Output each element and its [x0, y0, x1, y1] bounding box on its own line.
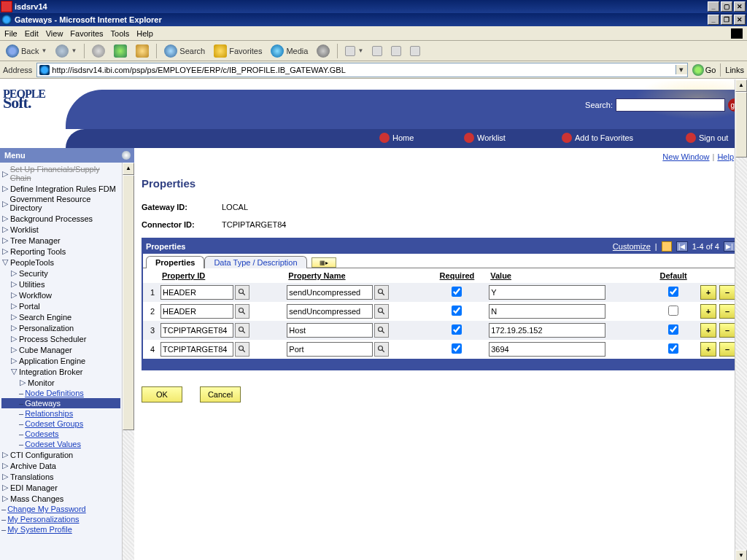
property-id-input[interactable]: [160, 285, 233, 300]
menu-item[interactable]: ▽PeopleTools: [1, 257, 120, 268]
history-button[interactable]: [314, 43, 333, 59]
lookup-button[interactable]: [374, 285, 389, 300]
menu-item[interactable]: ▷Security: [1, 268, 120, 279]
required-checkbox[interactable]: [452, 343, 462, 354]
value-input[interactable]: [489, 342, 605, 357]
grid-last-button[interactable]: ▶|: [724, 241, 735, 252]
address-combo[interactable]: ▾: [36, 63, 687, 77]
menu-favorites[interactable]: Favorites: [70, 29, 103, 38]
menu-help[interactable]: Help: [136, 29, 153, 38]
add-row-button[interactable]: +: [700, 342, 716, 357]
address-input[interactable]: [52, 66, 675, 74]
property-name-input[interactable]: [287, 285, 373, 300]
menu-edit[interactable]: Edit: [25, 29, 39, 38]
back-button[interactable]: Back▼: [3, 43, 50, 59]
menu-item[interactable]: ▷Application Engine: [1, 355, 120, 366]
menu-item[interactable]: ▷Background Processes: [1, 213, 120, 224]
col-value[interactable]: Value: [486, 268, 649, 283]
delete-row-button[interactable]: –: [719, 285, 735, 300]
menu-file[interactable]: File: [4, 29, 18, 38]
menu-item[interactable]: –Change My Password: [1, 504, 120, 514]
menu-item[interactable]: –Relationships: [1, 408, 120, 419]
find-icon[interactable]: [662, 241, 672, 252]
property-name-input[interactable]: [287, 323, 373, 338]
menu-item[interactable]: ▽Integration Broker: [1, 366, 120, 377]
scroll-thumb[interactable]: [735, 92, 747, 158]
search-button[interactable]: Search: [161, 43, 208, 59]
help-link[interactable]: Help: [717, 152, 734, 161]
menu-item[interactable]: ▷Search Engine: [1, 311, 120, 322]
scroll-up-button[interactable]: ▲: [123, 163, 134, 175]
menu-scrollbar[interactable]: ▲ ▼: [122, 163, 134, 560]
default-checkbox[interactable]: [668, 324, 678, 335]
refresh-button[interactable]: [111, 43, 130, 59]
menu-item[interactable]: ▷Government Resource Directory: [1, 194, 120, 213]
menu-item[interactable]: ▷Reporting Tools: [1, 246, 120, 257]
menu-item[interactable]: –My System Profile: [1, 524, 120, 534]
value-input[interactable]: [489, 323, 605, 338]
default-checkbox[interactable]: [668, 306, 678, 316]
minimize-button[interactable]: _: [708, 1, 719, 12]
nav-add-favorites[interactable]: Add to Favorites: [562, 133, 633, 143]
menu-item[interactable]: ▷Utilities: [1, 279, 120, 289]
stop-button[interactable]: [89, 43, 108, 59]
lookup-button[interactable]: [374, 323, 389, 338]
menu-tools[interactable]: Tools: [111, 29, 130, 38]
default-checkbox[interactable]: [668, 287, 678, 297]
delete-row-button[interactable]: –: [719, 304, 735, 319]
ie-minimize-button[interactable]: _: [708, 15, 719, 25]
col-property-name[interactable]: Property Name: [284, 268, 427, 283]
property-name-input[interactable]: [287, 304, 373, 319]
lookup-button[interactable]: [235, 323, 249, 338]
menu-item[interactable]: ▷Worklist: [1, 224, 120, 235]
add-row-button[interactable]: +: [700, 304, 716, 319]
col-property-id[interactable]: Property ID: [158, 268, 284, 283]
add-row-button[interactable]: +: [700, 323, 716, 338]
nav-home[interactable]: Home: [379, 133, 414, 143]
tab-properties[interactable]: Properties: [146, 256, 204, 268]
property-name-input[interactable]: [287, 342, 373, 357]
close-button[interactable]: ✕: [734, 1, 746, 12]
required-checkbox[interactable]: [452, 287, 462, 297]
new-window-link[interactable]: New Window: [662, 152, 709, 161]
delete-row-button[interactable]: –: [719, 342, 735, 357]
menu-item[interactable]: –Codeset Values: [1, 439, 120, 449]
menu-item[interactable]: –Codeset Groups: [1, 419, 120, 429]
lookup-button[interactable]: [235, 342, 249, 357]
menu-item[interactable]: ▷Personalization: [1, 322, 120, 333]
lookup-button[interactable]: [374, 342, 389, 357]
favorites-button[interactable]: Favorites: [211, 43, 265, 59]
maximize-button[interactable]: ▢: [721, 1, 732, 12]
cancel-button[interactable]: Cancel: [200, 386, 241, 402]
menu-item[interactable]: ▷Set Up Financials/Supply Chain: [1, 164, 120, 183]
tab-datatype[interactable]: Data Type / Description: [204, 256, 306, 268]
go-button[interactable]: Go: [692, 64, 716, 76]
scroll-thumb[interactable]: [123, 175, 134, 430]
value-input[interactable]: [489, 304, 605, 319]
menu-item[interactable]: ▷Archive Data: [1, 460, 120, 471]
menu-item[interactable]: –Gateways: [1, 398, 120, 408]
menu-item[interactable]: ▷Monitor: [1, 377, 120, 388]
print-button[interactable]: [369, 44, 385, 58]
menu-view[interactable]: View: [46, 29, 63, 38]
menu-item[interactable]: ▷Translations: [1, 471, 120, 482]
nav-signout[interactable]: Sign out: [686, 133, 728, 143]
menu-item[interactable]: –Codesets: [1, 429, 120, 439]
menu-item[interactable]: ▷Tree Manager: [1, 235, 120, 246]
links-label[interactable]: Links: [725, 66, 744, 74]
menu-item[interactable]: ▷Cube Manager: [1, 344, 120, 355]
lookup-button[interactable]: [235, 285, 249, 300]
ok-button[interactable]: OK: [142, 386, 182, 402]
required-checkbox[interactable]: [452, 324, 462, 335]
search-input[interactable]: [616, 98, 725, 112]
property-id-input[interactable]: [160, 304, 233, 319]
menu-item[interactable]: ▷CTI Configuration: [1, 449, 120, 460]
menu-item[interactable]: ▷Workflow: [1, 289, 120, 300]
scroll-up-button[interactable]: ▲: [735, 79, 747, 92]
menu-item[interactable]: ▷Portal: [1, 300, 120, 311]
menu-item[interactable]: –Node Definitions: [1, 388, 120, 398]
ie-close-button[interactable]: ✕: [734, 15, 746, 25]
scroll-down-button[interactable]: ▼: [735, 550, 747, 560]
menu-item[interactable]: ▷Process Scheduler: [1, 333, 120, 344]
menu-item[interactable]: ▷EDI Manager: [1, 482, 120, 493]
